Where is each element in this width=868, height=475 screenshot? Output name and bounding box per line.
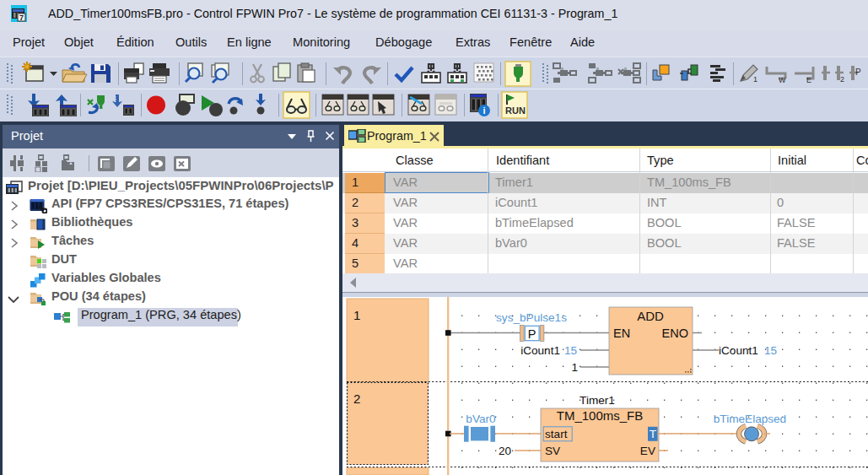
svg-text:1: 1 [353, 308, 360, 322]
svg-text:15: 15 [564, 344, 577, 357]
svg-text:EN: EN [613, 327, 630, 340]
svg-text:E: E [806, 76, 811, 84]
svg-text:2: 2 [840, 75, 844, 84]
svg-text:TM_100ms_FB: TM_100ms_FB [557, 408, 644, 423]
svg-text:SV: SV [545, 445, 560, 457]
svg-text:1: 1 [571, 361, 578, 374]
svg-text:7: 7 [19, 13, 24, 22]
svg-text:ENO: ENO [662, 327, 688, 340]
svg-text:start: start [545, 428, 568, 440]
svg-text:iCount1: iCount1 [719, 344, 758, 357]
svg-text:P: P [855, 67, 861, 77]
svg-text:Timer1: Timer1 [580, 394, 615, 407]
svg-text:15: 15 [764, 344, 777, 357]
svg-text:i: i [483, 105, 485, 116]
svg-text:iCount1: iCount1 [520, 344, 560, 357]
svg-text:W: W [779, 76, 786, 84]
svg-text:bTimeElapsed: bTimeElapsed [714, 413, 786, 425]
svg-text:2: 2 [353, 391, 360, 406]
svg-text:bVar0: bVar0 [466, 413, 496, 425]
svg-text:20: 20 [499, 445, 512, 457]
svg-text:P: P [528, 327, 536, 341]
svg-text:sys_bPulse1s: sys_bPulse1s [496, 311, 567, 324]
svg-text:ADD: ADD [637, 309, 664, 323]
svg-text:RUN: RUN [505, 105, 526, 116]
svg-text:1: 1 [753, 75, 757, 84]
svg-text:EV: EV [640, 445, 655, 457]
svg-text:T: T [650, 428, 656, 440]
